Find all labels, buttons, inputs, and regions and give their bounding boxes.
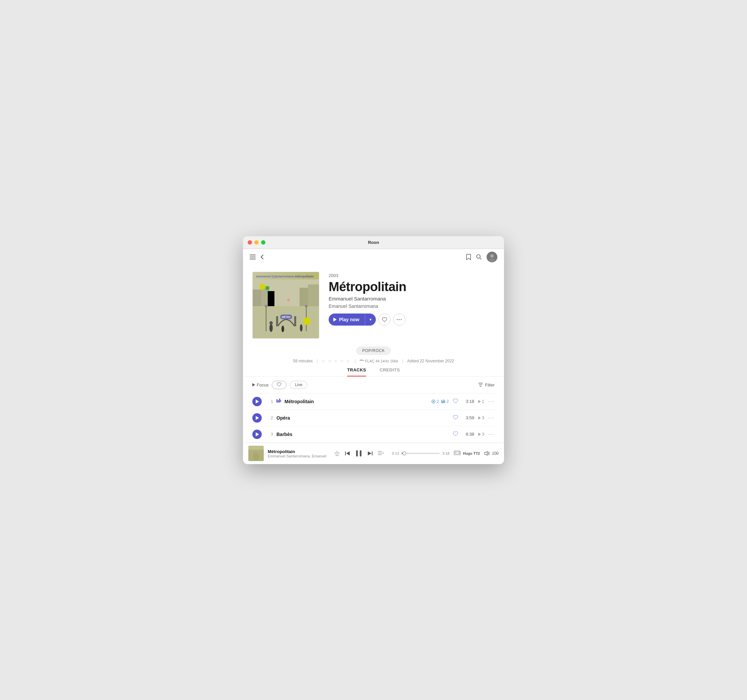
np-right: Hugo TT2 100 <box>454 450 499 457</box>
track-1-icon1-count: 2 <box>437 399 439 404</box>
track-1-play-count: 1 <box>478 399 484 404</box>
deco-dot-3 <box>265 286 269 290</box>
np-device: Hugo TT2 <box>454 450 480 457</box>
np-progress-section: 0:13 3:18 <box>392 451 449 455</box>
svg-rect-46 <box>445 401 445 403</box>
heart-filter-button[interactable] <box>272 381 286 389</box>
more-button[interactable] <box>393 313 405 325</box>
menu-icon[interactable] <box>250 255 256 259</box>
svg-rect-12 <box>308 284 319 306</box>
deco-dot-2 <box>303 317 311 325</box>
svg-rect-57 <box>356 451 358 457</box>
track-3-number: 3 <box>265 432 273 437</box>
avatar[interactable] <box>487 252 497 262</box>
svg-point-54 <box>253 452 259 460</box>
heart-button[interactable] <box>378 313 390 325</box>
svg-rect-39 <box>279 399 280 402</box>
focus-button[interactable]: Focus <box>253 383 268 387</box>
track-1-icon2-count: 2 <box>446 399 449 404</box>
svg-point-29 <box>401 319 402 320</box>
genre-tag[interactable]: POP/ROCK <box>357 347 390 355</box>
track-2-play-button[interactable] <box>253 413 262 423</box>
titlebar: Roon <box>243 236 504 249</box>
track-1-more[interactable]: ··· <box>488 399 494 405</box>
track-3-heart[interactable] <box>453 431 458 437</box>
svg-text:MÉTRO: MÉTRO <box>282 316 290 318</box>
np-info: Métropolitain Emmanuel Santarromana, Ema… <box>268 449 326 458</box>
back-button[interactable] <box>260 254 264 260</box>
track-1-plays-icon-1: 2 <box>431 399 439 404</box>
search-icon[interactable] <box>476 254 482 260</box>
np-device-name: Hugo TT2 <box>463 451 480 455</box>
minimize-button[interactable] <box>254 240 259 245</box>
track-3-play-button[interactable] <box>253 429 262 439</box>
svg-point-5 <box>490 254 494 258</box>
album-title: Métropolitain <box>329 280 494 294</box>
svg-rect-62 <box>378 453 382 454</box>
track-list: 1 Métropolitain 2 <box>250 393 497 443</box>
np-volume-number: 100 <box>492 451 499 456</box>
np-prev-button[interactable] <box>345 451 351 456</box>
svg-rect-68 <box>454 454 461 455</box>
track-2-heart[interactable] <box>453 415 458 421</box>
maximize-button[interactable] <box>261 240 265 245</box>
np-sparkle-button[interactable] <box>334 451 340 456</box>
album-stars[interactable]: ☆ ☆ ☆ ☆ ☆ <box>322 359 351 363</box>
play-now-dropdown[interactable]: ▾ <box>365 313 376 325</box>
track-row: 1 Métropolitain 2 <box>250 393 497 410</box>
close-button[interactable] <box>248 240 252 245</box>
track-2-duration: 3:59 <box>462 415 474 420</box>
track-1-meta: 2 2 <box>431 399 494 405</box>
track-1-indicator <box>277 399 281 404</box>
np-pause-button[interactable] <box>356 450 362 457</box>
svg-rect-43 <box>442 400 442 403</box>
track-3-more[interactable]: ··· <box>488 431 494 437</box>
tab-credits[interactable]: CREDITS <box>380 367 400 376</box>
np-next-button[interactable] <box>367 451 372 456</box>
track-1-icons: 2 2 <box>431 399 449 404</box>
tracks-toolbar: Focus Live Filter <box>250 377 497 393</box>
track-1-plays-icon-2: 2 <box>442 399 449 404</box>
np-progress-handle[interactable] <box>402 451 406 455</box>
deco-dot-1 <box>259 284 265 290</box>
meta-divider-1: | <box>317 359 318 363</box>
format-label: FLAC 44.1kHz 16bit <box>365 359 398 363</box>
svg-rect-61 <box>378 451 382 452</box>
np-queue-button[interactable] <box>378 451 384 456</box>
track-2-play-num: 3 <box>482 416 484 420</box>
now-playing-bar: Métropolitain Emmanuel Santarromana, Ema… <box>243 443 504 464</box>
np-time-current: 0:13 <box>392 451 399 455</box>
bookmark-icon[interactable] <box>466 254 471 260</box>
svg-rect-10 <box>268 291 274 306</box>
play-now-button[interactable]: Play now ▾ <box>329 313 376 325</box>
tab-tracks[interactable]: TRACKS <box>347 367 366 376</box>
album-added-date: Added 22 November 2022 <box>407 359 454 363</box>
svg-point-3 <box>476 255 480 258</box>
svg-rect-31 <box>361 359 361 361</box>
svg-rect-38 <box>278 400 279 402</box>
tracks-section: Focus Live Filter <box>243 377 504 443</box>
svg-marker-26 <box>333 317 337 322</box>
svg-rect-45 <box>443 399 444 403</box>
live-button[interactable]: Live <box>290 381 307 389</box>
np-progress-bar[interactable] <box>402 453 439 454</box>
np-title: Métropolitain <box>268 449 326 454</box>
track-1-heart[interactable] <box>453 399 458 405</box>
svg-rect-37 <box>277 399 277 402</box>
filter-button[interactable]: Filter <box>478 383 494 387</box>
track-1-play-button[interactable] <box>253 397 262 406</box>
svg-rect-55 <box>345 451 346 455</box>
svg-marker-69 <box>485 451 487 455</box>
main-window: Roon <box>243 236 504 464</box>
track-1-number: 1 <box>265 399 273 404</box>
album-info: 2003 Métropolitain Emmanuel Santarromana… <box>329 272 494 326</box>
svg-marker-60 <box>368 451 372 455</box>
tabs: TRACKS CREDITS <box>243 367 504 377</box>
traffic-lights <box>248 240 265 245</box>
svg-point-42 <box>433 401 434 402</box>
album-header: emmanuel [s]antarromana métropolitain <box>243 265 504 345</box>
track-2-more[interactable]: ··· <box>488 415 494 421</box>
svg-point-6 <box>489 258 495 262</box>
play-now-main[interactable]: Play now <box>329 313 365 325</box>
meta-divider-3: | <box>402 359 403 363</box>
